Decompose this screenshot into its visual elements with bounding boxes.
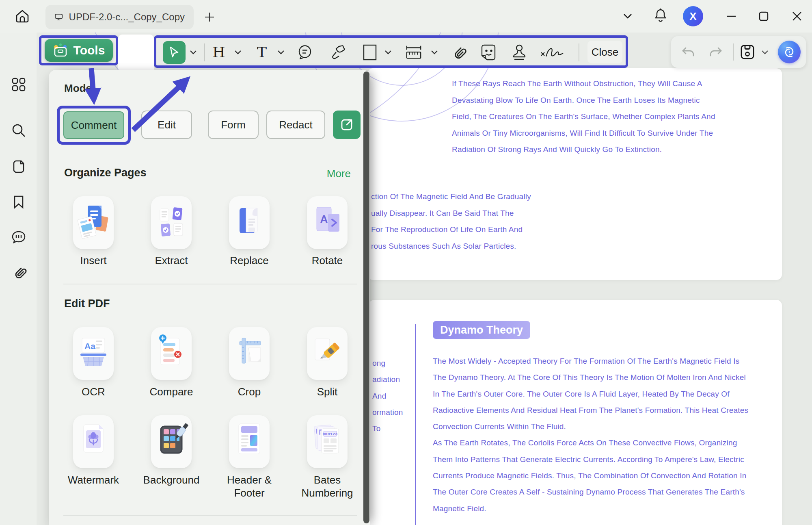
- comment-mode-highlight-box: Comment: [57, 106, 131, 145]
- pages-document-icon[interactable]: [9, 157, 28, 176]
- bates-numbering-tile[interactable]: 000123: [307, 415, 348, 468]
- redo-button[interactable]: [708, 44, 724, 60]
- thumbnails-grid-icon[interactable]: [9, 75, 28, 94]
- save-options-chevron-icon[interactable]: [761, 50, 769, 55]
- signature-tool[interactable]: [540, 43, 566, 61]
- compare-tile[interactable]: [151, 327, 192, 380]
- save-floppy-icon: [739, 43, 756, 61]
- highlight-tool-chevron-icon[interactable]: [234, 50, 242, 55]
- stamp-icon: [511, 43, 528, 61]
- page2-line: In The Earth's Outer Core. The Outer Cor…: [433, 386, 762, 402]
- mode-edit-button[interactable]: Edit: [141, 111, 192, 139]
- replace-label: Replace: [211, 254, 288, 267]
- replace-pages-tile[interactable]: [229, 196, 270, 249]
- window-minimize-button[interactable]: [725, 11, 737, 21]
- open-in-new-window-button[interactable]: [333, 111, 361, 139]
- window-maximize-button[interactable]: [758, 11, 770, 22]
- measure-tool[interactable]: [405, 43, 423, 61]
- redo-icon: [708, 46, 723, 59]
- panel-section-divider: [63, 515, 357, 516]
- dynamo-theory-heading-badge: Dynamo Theory: [433, 321, 530, 339]
- ai-assistant-button[interactable]: [778, 41, 801, 63]
- tab-title: UPDF-2.0-c..._Copy_Copy: [69, 11, 185, 23]
- sticky-note-tool[interactable]: [296, 43, 314, 61]
- measure-tool-chevron-icon[interactable]: [431, 50, 438, 55]
- page2-line: Them Into Patterns That Generate Electri…: [433, 451, 762, 468]
- page1-line: Radiation Of Strong Rays And Will Quickl…: [452, 141, 769, 158]
- mini-toolbar-divider: [733, 43, 734, 61]
- select-cursor-tool[interactable]: [163, 41, 186, 64]
- search-icon[interactable]: [9, 121, 28, 140]
- sticker-tool[interactable]: [479, 43, 497, 61]
- page2-line: As The Earth Rotates, The Coriolis Force…: [433, 435, 762, 451]
- mode-redact-label: Redact: [279, 119, 312, 131]
- rectangle-shape-tool[interactable]: [361, 43, 379, 61]
- stamp-tool[interactable]: [510, 43, 528, 61]
- tools-button[interactable]: Tools: [45, 39, 113, 62]
- window-close-button[interactable]: [791, 11, 803, 22]
- split-tile[interactable]: [307, 327, 348, 380]
- header-footer-label: Header & Footer: [211, 473, 288, 499]
- split-label: Split: [289, 385, 366, 398]
- shape-tool-chevron-icon[interactable]: [384, 50, 392, 55]
- panel-scrollbar-thumb[interactable]: [363, 72, 369, 523]
- compare-icon: [154, 333, 188, 374]
- mode-form-label: Form: [221, 119, 246, 131]
- page1-line: Animals Or Tiny Microorganisms, Will Fin…: [452, 125, 769, 142]
- bookmark-icon[interactable]: [9, 193, 28, 211]
- comments-bubble-icon[interactable]: [9, 228, 28, 247]
- updf-app-window: If These Rays Reach The Earth Without Ob…: [0, 0, 812, 525]
- account-avatar[interactable]: X: [683, 6, 703, 26]
- document-tab[interactable]: UPDF-2.0-c..._Copy_Copy: [45, 5, 194, 29]
- notifications-button[interactable]: [654, 7, 667, 24]
- page1-line: If These Rays Reach The Earth Without Ob…: [452, 76, 769, 92]
- mode-comment-button[interactable]: Comment: [63, 111, 124, 139]
- organize-pages-more-link[interactable]: More: [327, 167, 351, 180]
- page1-clipped-line: ction Of The Magnetic Field And Be Gradu…: [371, 189, 655, 205]
- cursor-tool-chevron-icon[interactable]: [190, 50, 197, 55]
- header-footer-tile[interactable]: [229, 415, 270, 468]
- watermark-tile[interactable]: [73, 415, 114, 468]
- home-button[interactable]: [12, 7, 32, 26]
- edit-pdf-title: Edit PDF: [64, 297, 110, 310]
- text-t-glyph: T: [257, 45, 267, 60]
- maximize-icon: [758, 11, 769, 22]
- page2-line: Currents Produce Magnetic Fields. Thus, …: [433, 468, 762, 484]
- ocr-icon-text: Aa: [84, 341, 95, 351]
- rotate-pages-tile[interactable]: A: [307, 196, 348, 249]
- undo-button[interactable]: [680, 44, 696, 60]
- close-x-icon: [791, 11, 803, 22]
- save-button[interactable]: [739, 44, 756, 60]
- close-toolbar-button[interactable]: Close: [587, 41, 622, 63]
- extract-icon: [154, 202, 188, 243]
- background-tile[interactable]: [151, 415, 192, 468]
- attach-file-tool[interactable]: [449, 43, 467, 61]
- new-tab-button[interactable]: [202, 11, 217, 24]
- rotate-icon-letter: A: [320, 213, 328, 225]
- attachment-paperclip-icon[interactable]: [9, 264, 28, 283]
- note-bubble-icon: [296, 44, 313, 61]
- highlight-text-tool[interactable]: H: [210, 43, 228, 61]
- pencil-marker-tool[interactable]: [328, 43, 346, 61]
- rotate-icon: A: [310, 202, 344, 243]
- page2-line: Magnetic Field.: [433, 501, 762, 517]
- ocr-icon: Aa: [76, 333, 110, 374]
- text-tool-chevron-icon[interactable]: [277, 50, 285, 55]
- mode-redact-button[interactable]: Redact: [266, 111, 325, 139]
- crop-tile[interactable]: [229, 327, 270, 380]
- tools-button-label: Tools: [73, 43, 105, 57]
- insert-pages-tile[interactable]: [73, 196, 114, 249]
- mode-section-label: Mode: [64, 82, 92, 95]
- cursor-arrow-icon: [168, 46, 180, 59]
- page1-clipped-paragraph: ction Of The Magnetic Field And Be Gradu…: [371, 189, 655, 254]
- mode-form-button[interactable]: Form: [208, 111, 259, 139]
- ocr-tile[interactable]: Aa: [73, 327, 114, 380]
- tabs-dropdown-button[interactable]: [622, 11, 633, 21]
- page2-line: The Outer Core Creates A Self - Sustaini…: [433, 484, 762, 500]
- comment-toolbar-highlight-box: H T: [154, 35, 628, 68]
- insert-icon: [76, 202, 110, 243]
- home-icon: [13, 7, 31, 25]
- page2-paragraph: The Most Widely - Accepted Theory For Th…: [433, 353, 762, 517]
- text-comment-tool[interactable]: T: [253, 43, 271, 61]
- extract-pages-tile[interactable]: [151, 196, 192, 249]
